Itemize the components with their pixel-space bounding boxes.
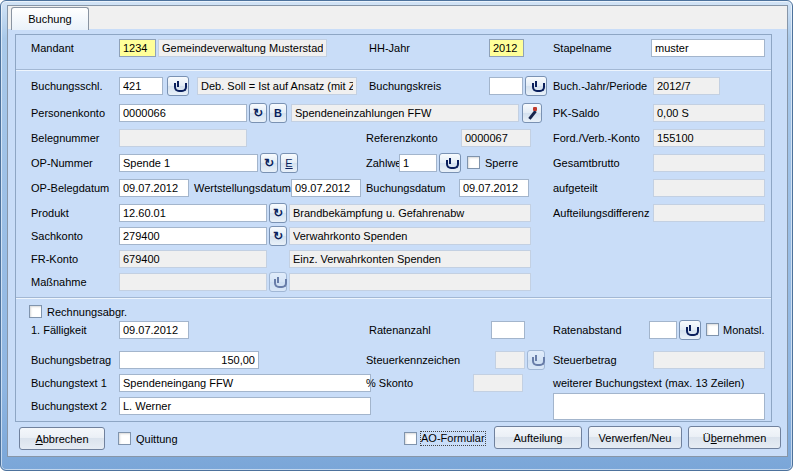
uebernehmen-button[interactable]: Übernehmen bbox=[688, 426, 781, 449]
massnahme-label: Maßnahme bbox=[31, 276, 87, 289]
hh-jahr-input[interactable] bbox=[489, 39, 524, 57]
faelligkeit-label: 1. Fälligkeit bbox=[31, 324, 87, 337]
steuerbetrag-label: Steuerbetrag bbox=[553, 354, 617, 367]
sachkonto-input[interactable] bbox=[119, 227, 267, 245]
buch-jahr-periode-field bbox=[653, 77, 720, 95]
referenzkonto-label: Referenzkonto bbox=[366, 132, 438, 145]
aufteilung-button[interactable]: Aufteilung bbox=[494, 426, 582, 449]
sachkonto-refresh-button[interactable]: ↻ bbox=[269, 226, 287, 246]
rechnungsabgr-label: Rechnungsabgr. bbox=[47, 306, 127, 319]
quittung-checkbox[interactable] bbox=[118, 432, 131, 445]
buchungsschluessel-input[interactable] bbox=[119, 77, 163, 95]
wertstellungsdatum-input[interactable] bbox=[291, 179, 361, 197]
zahlweg-lookup-button[interactable] bbox=[439, 153, 461, 173]
buchungstext1-input[interactable] bbox=[119, 374, 371, 392]
mandant-code-input[interactable] bbox=[119, 39, 156, 57]
ratenabstand-label: Ratenabstand bbox=[553, 324, 622, 337]
produkt-desc-field bbox=[289, 204, 531, 222]
e-button-label: E bbox=[285, 157, 292, 169]
verwerfen-neu-button[interactable]: Verwerfen/Neu bbox=[588, 426, 682, 449]
produkt-refresh-button[interactable]: ↻ bbox=[269, 203, 287, 223]
sperre-checkbox[interactable] bbox=[467, 156, 480, 169]
massnahme-field bbox=[119, 273, 267, 291]
ratenanzahl-input[interactable] bbox=[491, 321, 525, 339]
lookup-icon bbox=[274, 277, 283, 287]
buchungskreis-input[interactable] bbox=[489, 77, 523, 95]
buchungsdatum-input[interactable] bbox=[459, 179, 529, 197]
belegnummer-label: Belegnummer bbox=[31, 132, 99, 145]
lookup-icon bbox=[446, 158, 455, 168]
fr-konto-desc-field bbox=[289, 250, 531, 268]
verwerfen-neu-label: Verwerfen/Neu bbox=[599, 432, 672, 444]
refresh-icon: ↻ bbox=[273, 230, 283, 242]
belegnummer-field bbox=[119, 129, 247, 147]
op-belegdatum-input[interactable] bbox=[119, 179, 189, 197]
steuerbetrag-field bbox=[653, 351, 765, 369]
buchungsschluessel-desc-field bbox=[197, 77, 357, 95]
buchungskreis-lookup-button[interactable] bbox=[525, 76, 547, 96]
produkt-input[interactable] bbox=[119, 204, 267, 222]
uebernehmen-pre: Ü bbox=[703, 432, 711, 444]
buchungsbetrag-input[interactable] bbox=[119, 351, 259, 369]
personenkonto-input[interactable] bbox=[119, 104, 247, 122]
stapelname-input[interactable] bbox=[651, 39, 765, 57]
buchungstext1-label: Buchungstext 1 bbox=[31, 377, 107, 390]
sachkonto-desc-field bbox=[289, 227, 531, 245]
referenzkonto-field bbox=[461, 129, 531, 147]
massnahme-desc-field bbox=[289, 273, 531, 291]
buchungsbetrag-label: Buchungsbetrag bbox=[31, 354, 111, 367]
monatsl-checkbox[interactable] bbox=[706, 323, 719, 336]
refresh-icon: ↻ bbox=[253, 107, 263, 119]
steuerkennzeichen-lookup-button bbox=[527, 350, 545, 370]
tab-buchung[interactable]: Buchung bbox=[11, 7, 89, 30]
ford-verb-konto-field bbox=[653, 129, 765, 147]
pk-saldo-field bbox=[653, 104, 765, 122]
op-nummer-input[interactable] bbox=[119, 154, 258, 172]
personenkonto-desc-field bbox=[291, 104, 519, 122]
buchungstext2-input[interactable] bbox=[119, 397, 371, 415]
aufteilung-label: Aufteilung bbox=[514, 432, 563, 444]
buchungsschluessel-lookup-button[interactable] bbox=[167, 76, 189, 96]
faelligkeit-input[interactable] bbox=[119, 321, 189, 339]
steuerkennzeichen-label: Steuerkennzeichen bbox=[366, 354, 460, 367]
skonto-label: % Skonto bbox=[366, 377, 413, 390]
personenkonto-b-button[interactable]: B bbox=[269, 103, 287, 123]
aufteilungsdifferenz-field bbox=[653, 204, 765, 222]
skonto-field bbox=[473, 374, 523, 392]
op-nummer-label: OP-Nummer bbox=[31, 157, 93, 170]
weiterer-buchungstext-label: weiterer Buchungstext (max. 13 Zeilen) bbox=[553, 377, 744, 390]
ao-formular-label: AO-Formular bbox=[421, 432, 485, 445]
sachkonto-label: Sachkonto bbox=[31, 230, 83, 243]
ao-formular-checkbox[interactable] bbox=[404, 432, 417, 445]
quittung-label: Quittung bbox=[136, 433, 178, 446]
weiterer-buchungstext-input[interactable] bbox=[553, 393, 765, 420]
ratenabstand-lookup-button[interactable] bbox=[679, 320, 701, 340]
sperre-label: Sperre bbox=[485, 157, 518, 170]
monatsl-label: Monatsl. bbox=[723, 324, 765, 337]
gesamtbrutto-label: Gesamtbrutto bbox=[553, 157, 620, 170]
lookup-icon bbox=[686, 325, 695, 335]
abbrechen-rest: bbrechen bbox=[43, 433, 89, 445]
refresh-icon: ↻ bbox=[264, 157, 274, 169]
lookup-icon bbox=[174, 81, 183, 91]
mandant-name-field bbox=[158, 39, 327, 57]
separator bbox=[16, 69, 771, 71]
stapelname-label: Stapelname bbox=[553, 42, 612, 55]
ratenanzahl-label: Ratenanzahl bbox=[369, 324, 431, 337]
zahlweg-input[interactable] bbox=[399, 154, 437, 172]
wand-icon bbox=[526, 107, 538, 120]
buchungstext2-label: Buchungstext 2 bbox=[31, 400, 107, 413]
hh-jahr-label: HH-Jahr bbox=[369, 42, 410, 55]
lookup-icon bbox=[532, 355, 541, 365]
abbrechen-button[interactable]: Abbrechen bbox=[19, 427, 105, 450]
personenkonto-refresh-button[interactable]: ↻ bbox=[249, 103, 267, 123]
op-belegdatum-label: OP-Belegdatum bbox=[31, 182, 109, 195]
steuerkennzeichen-field bbox=[495, 351, 525, 369]
op-nummer-refresh-button[interactable]: ↻ bbox=[260, 153, 278, 173]
ratenabstand-input[interactable] bbox=[649, 321, 677, 339]
op-nummer-e-button[interactable]: E bbox=[280, 153, 298, 173]
buch-jahr-periode-label: Buch.-Jahr/Periode bbox=[553, 80, 647, 93]
rechnungsabgr-checkbox[interactable] bbox=[29, 305, 42, 318]
lookup-icon bbox=[532, 81, 541, 91]
personenkonto-wand-button[interactable] bbox=[522, 103, 542, 123]
